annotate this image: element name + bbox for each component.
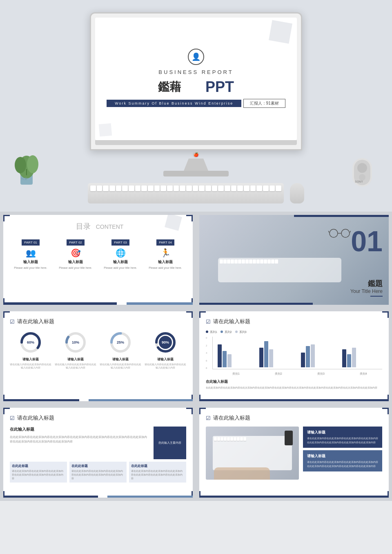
edit-icon: ☑ [10, 319, 15, 325]
screen-title: BUSINESS REPORT [103, 69, 289, 75]
content-title-5: 在此输入标题 [10, 427, 149, 432]
toc-icon-1: 👥 [10, 248, 51, 258]
donut-1: 60% 请输入标题 请在此输入内容在此处添加内容在此处输入此处输入内容 [10, 330, 51, 370]
bar-4-2 [347, 354, 351, 367]
bar-2-1 [259, 348, 263, 367]
toc-icon-3: 🌐 [100, 248, 141, 258]
slide5-content: 在此输入标题 在此处添加内容在此处添加内容在此次添加内容在此处添加内容在此处添加… [10, 427, 186, 459]
edit-icon-4: ☑ [206, 319, 211, 325]
donut-label-3: 25% [117, 340, 124, 344]
bottom-bar-5 [3, 496, 193, 498]
ppt-label: PPT [205, 78, 234, 96]
monitor-section: 91素 👤 BUSINESS REPORT 鑑藉 PPT Work Summar… [0, 0, 392, 212]
bottom-bar [199, 303, 313, 305]
bar-label-1: 类别1 [217, 372, 255, 376]
bottom-deco [3, 302, 193, 305]
donut-row: 60% 请输入标题 请在此输入内容在此处添加内容在此处输入此处输入内容 10% … [10, 330, 186, 370]
donut-desc-1: 请在此输入内容在此处添加内容在此处输入此处输入内容 [10, 363, 51, 370]
info-block-2: 请输入标题 请在此处添加内容在此处添加内容在此处添加内容在此处添加内容在此处添加… [303, 450, 382, 471]
svg-text:91素: 91素 [21, 177, 27, 180]
sub-block-title-2: 在此处标题 [71, 464, 125, 468]
slide-donuts: ☑ 请在此输入标题 60% 请输入标题 请在此输入内容在此处添加内容在此处输入此… [3, 311, 193, 401]
slide5-left: 在此输入标题 在此处添加内容在此处添加内容在此次添加内容在此处添加内容在此处添加… [10, 427, 149, 459]
phone-prop [285, 431, 293, 445]
slide6-photo-side [206, 427, 299, 480]
keyboard-sim [213, 436, 292, 471]
donut-label-2: 10% [72, 340, 79, 344]
main-title: 鑑藉 [158, 79, 181, 95]
section-cn-title: 鑑題 [350, 279, 383, 288]
slide3-heading: ☑ 请在此输入标题 [10, 318, 186, 325]
monitor-bottom-bar [95, 140, 297, 145]
donut-title-1: 请输入标题 [10, 357, 51, 362]
svg-point-3 [27, 155, 38, 173]
bar-group-3 [301, 344, 338, 367]
bar-labels: 类别1 类别2 类别3 类别4 [206, 372, 382, 376]
chart-legend: 系列1 系列2 系列3 [206, 330, 382, 334]
screen-subtitle: Work Summary Of Blue Business Wind Enter… [107, 100, 241, 107]
section-title-block: 鑑題 Your Title Here [350, 279, 383, 297]
monitor-stand [184, 159, 208, 171]
screen-reporter: 汇报人：91素材 [243, 99, 285, 108]
toc-title: 目录 CONTENT [10, 221, 186, 231]
donut-desc-3: 请在此输入内容在此处添加内容在此处输入此处输入内容 [100, 363, 141, 370]
donut-3: 25% 请输入标题 请在此输入内容在此处添加内容在此处输入此处输入内容 [100, 330, 141, 370]
deco-shape [269, 20, 292, 44]
toc-label-1: PART 01 [22, 239, 40, 246]
slide6-heading: ☑ 请在此输入标题 [206, 414, 382, 422]
donut-title-3: 请输入标题 [100, 357, 141, 362]
deco-shape2 [99, 123, 112, 137]
info-block-text-2: 请在此处添加内容在此处添加内容在此处添加内容在此处添加内容在此处添加内容在此处添… [307, 460, 378, 468]
top-bar [294, 215, 389, 217]
slide-text: ☑ 请在此输入标题 在此输入标题 在此处添加内容在此处添加内容在此次添加内容在此… [3, 408, 193, 498]
bar-1-3 [227, 354, 232, 367]
donut-circle-3: 25% [108, 330, 133, 355]
info-block-1: 请输入标题 请在此处添加内容在此处添加内容在此处添加内容在此处添加内容在此处添加… [303, 427, 382, 448]
slide-photo-info: ☑ 请在此输入标题 [199, 408, 389, 498]
slides-grid: 目录 CONTENT PART 01 👥 输入标题 Please add you… [0, 212, 392, 501]
main-block: 您此输入主要内容 [154, 427, 186, 459]
apple-logo: 🍎 [193, 151, 199, 158]
bar-group-2 [259, 341, 296, 367]
svg-text:SONY: SONY [355, 180, 363, 183]
donut-4: 90% 请输入标题 请在此输入内容在此处添加内容在此处输入此处输入内容 [145, 330, 186, 370]
toc-label-3: PART 03 [111, 239, 129, 246]
keyboard-mouse-row [88, 179, 304, 203]
toc-icon-2: 🎯 [55, 248, 96, 258]
svg-line-14 [328, 231, 329, 232]
keyboard [88, 183, 284, 203]
sub-block-text-2: 请在此处添加内容在此处添加内容在此处添加内容在此处添加内容在此处添加内容在此处添… [71, 469, 125, 480]
hand-sim [214, 467, 270, 480]
bottom-bar-3 [3, 399, 193, 401]
edit-icon-5: ☑ [10, 415, 15, 421]
svg-point-9 [359, 174, 365, 181]
slide-barchart: ☑ 请在此输入标题 系列1 系列2 系列3 86420 [199, 311, 389, 401]
slide5-right: 您此输入主要内容 [154, 427, 186, 459]
sub-block-text-1: 请在此处添加内容在此处添加内容在此处添加内容在此处添加内容在此处添加内容在此处添… [12, 469, 65, 480]
bar-4-3 [352, 348, 356, 367]
sub-blocks: 在此处标题 请在此处添加内容在此处添加内容在此处添加内容在此处添加内容在此处添加… [10, 462, 186, 483]
toc-item-desc-1: Please add your title here. [10, 266, 51, 270]
speaker: SONY [349, 155, 376, 191]
section-bg: 01 鑑題 Your Title Here [199, 215, 389, 305]
toc-item-title-2: 输入标题 [55, 259, 96, 265]
y-axis: 86420 [206, 337, 207, 369]
plant-decoration: 91素 [12, 145, 41, 187]
glasses [328, 228, 351, 240]
bar-label-2: 类别2 [260, 372, 297, 376]
mouse [290, 183, 304, 203]
toc-icon-4: 🏃 [145, 248, 186, 258]
toc-item-title-4: 输入标题 [145, 259, 186, 265]
donut-circle-1: 60% [18, 330, 43, 355]
toc-item-2: PART 02 🎯 输入标题 Please add your title her… [55, 238, 96, 270]
bar-label-3: 类别3 [302, 372, 340, 376]
bar-3-1 [301, 353, 305, 367]
bar-3-2 [306, 346, 310, 367]
donut-circle-4: 90% [153, 330, 178, 355]
bottom-bar-4 [199, 399, 389, 401]
legend-dot-2 [220, 331, 223, 333]
sub-block-1: 在此处标题 请在此处添加内容在此处添加内容在此处添加内容在此处添加内容在此处添加… [10, 462, 67, 483]
monitor-screen: 👤 BUSINESS REPORT 鑑藉 PPT Work Summary Of… [95, 18, 297, 140]
sub-block-text-3: 请在此处添加内容在此处添加内容在此处添加内容在此处添加内容在此处添加内容在此处添… [131, 469, 184, 480]
bar-3-3 [311, 344, 315, 367]
